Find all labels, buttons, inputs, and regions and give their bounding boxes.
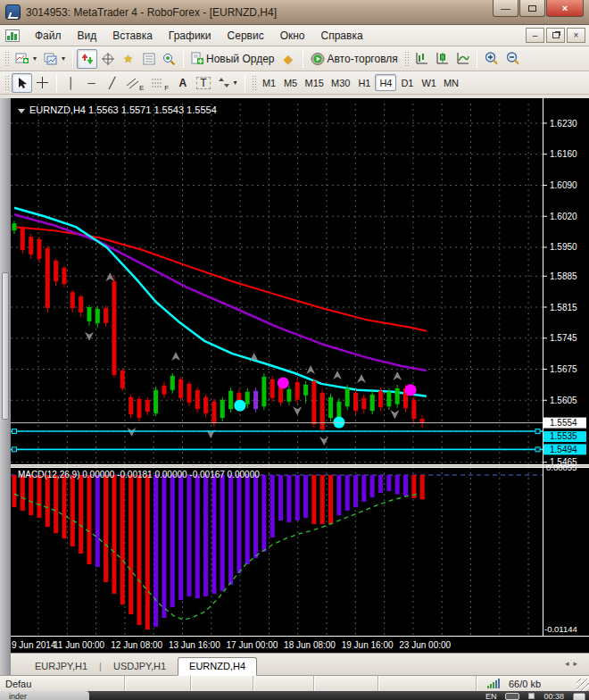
tab-eurnzd-h4[interactable]: EURNZD,H4 [178,657,257,676]
macd-bar [361,475,366,502]
candle-body [162,386,166,395]
data-window-button[interactable] [97,49,118,69]
candle-body [29,237,33,254]
timeframe-m1[interactable]: M1 [259,74,280,91]
new-order-button[interactable]: Новый Ордер [187,49,278,69]
menu-view[interactable]: Вид [70,27,105,45]
time-scale[interactable]: 9 Jun 201411 Jun 00:0012 Jun 08:0013 Jun… [12,640,452,650]
text-tool[interactable]: A [172,73,193,93]
text-label-tool[interactable]: T [193,73,213,93]
menu-file[interactable]: Файл [27,27,70,45]
maximize-button[interactable] [519,0,545,17]
channel-tool[interactable]: E [122,73,147,93]
clock[interactable]: 00:38 [543,692,564,700]
toolbar-grip[interactable] [252,75,256,91]
menu-service[interactable]: Сервис [220,27,272,45]
new-chart-button[interactable]: ▾ [12,49,40,69]
candle-body [328,397,333,418]
macd-bar [270,475,275,538]
menu-help[interactable]: Справка [313,27,371,45]
svg-text:11 Jun 00:00: 11 Jun 00:00 [54,640,105,650]
auto-trading-button[interactable]: Авто-торговля [307,49,402,69]
svg-text:1.6090: 1.6090 [550,180,577,190]
market-watch-button[interactable] [77,49,97,69]
auto-trading-label: Авто-торговля [328,53,398,65]
tray-icon[interactable] [528,693,535,699]
timeframe-w1[interactable]: W1 [418,74,440,91]
keyboard-icon[interactable] [505,693,519,700]
candlestick-mode-button[interactable] [432,49,452,69]
timeframe-h1[interactable]: H1 [353,74,375,91]
child-minimize-button[interactable]: – [526,28,544,43]
terminal-button[interactable] [138,49,159,69]
trendline-tool[interactable]: ╱ [102,73,122,93]
status-bar: Defau 66/0 kb [0,675,589,691]
timeframe-h4[interactable]: H4 [375,74,396,91]
macd-bar [29,475,33,515]
timeframe-mn[interactable]: MN [440,74,462,91]
toolbar-grip[interactable] [4,75,9,91]
metaeditor-button[interactable]: ◆ [278,49,299,69]
close-button[interactable]: × [546,0,584,17]
menu-charts[interactable]: Графики [161,27,220,45]
price-chart-canvas[interactable]: 1.62301.61601.60901.60201.59501.58851.58… [11,98,589,653]
tab-eurjpy-h1[interactable]: EURJPY,H1 [23,657,99,676]
horizontal-line-tool[interactable]: ─ [81,73,102,93]
left-scrollbar[interactable] [0,98,11,675]
macd-bar [62,475,66,538]
candle-body [71,292,75,308]
menu-window[interactable]: Окно [272,27,313,45]
toolbar-grip[interactable] [4,51,9,67]
strategy-tester-button[interactable] [159,49,179,69]
dropdown-icon: ▾ [62,54,65,62]
svg-text:1.6230: 1.6230 [550,119,577,129]
arrows-tool[interactable]: ▾ [214,73,241,93]
profiles-button[interactable]: ▾ [40,49,69,69]
macd-bar [328,475,333,524]
toolbar-grip[interactable] [404,51,409,67]
child-restore-button[interactable] [546,28,565,43]
traffic-counter: 66/0 kb [503,679,546,689]
line-chart-mode-button[interactable] [452,49,473,69]
crosshair-tool-button[interactable] [32,73,53,93]
macd-bar [353,475,358,507]
cyan-dot [234,400,245,412]
timeframe-m30[interactable]: M30 [328,74,353,91]
timeframe-m5[interactable]: M5 [280,74,302,91]
navigator-button[interactable]: ★ [118,49,138,69]
child-close-button[interactable]: × [567,28,585,43]
vertical-line-tool[interactable]: │ [61,73,81,93]
candle-body [253,391,258,409]
candle-body [420,419,425,422]
timeframe-d1[interactable]: D1 [396,74,418,91]
candle-body [320,393,325,429]
zoom-out-icon [506,52,520,65]
timeframe-m15[interactable]: M15 [302,74,328,91]
candle-body [120,371,125,388]
macd-bar [162,475,166,618]
svg-text:1.5535: 1.5535 [550,431,577,441]
tab-scroll-arrows[interactable]: ◂▸ [565,659,582,668]
candle-body [46,248,50,308]
title-bar[interactable]: 3014953: MetaTrader 4 - RoboForex - [EUR… [0,0,589,25]
chart-window-icon[interactable] [5,29,20,42]
status-cell [253,676,314,691]
zoom-out-button[interactable] [502,49,524,69]
taskbar-window-button[interactable]: inder [0,691,89,700]
minimize-button[interactable]: — [493,0,518,17]
profile-name[interactable]: Defau [0,676,125,691]
cursor-tool-button[interactable] [12,73,32,93]
scrollbar-thumb[interactable] [2,272,9,420]
show-desktop-button[interactable] [573,693,585,700]
macd-bar [87,475,91,564]
crosshair-tool-icon [37,77,48,88]
zoom-in-button[interactable] [481,49,502,69]
resize-grip[interactable] [577,679,589,691]
tab-usdjpy-h1[interactable]: USDJPY,H1 [102,657,178,676]
fibonacci-tool[interactable]: F [147,73,172,93]
bar-chart-mode-button[interactable] [411,49,432,69]
menu-insert[interactable]: Вставка [104,27,161,45]
language-indicator[interactable]: EN [485,692,497,700]
macd-bar [220,475,225,591]
macd-bar [153,475,158,627]
